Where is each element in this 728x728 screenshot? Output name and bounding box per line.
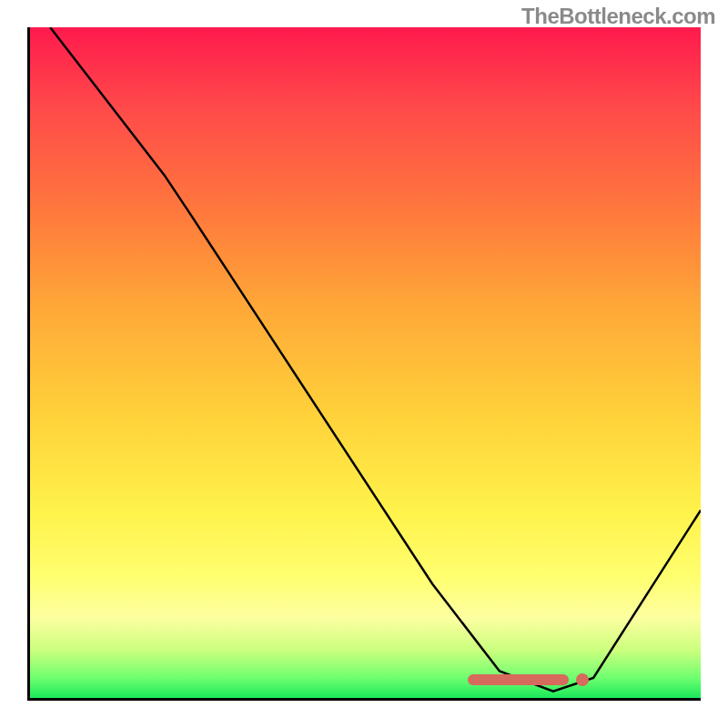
optimal-range-dot bbox=[576, 673, 589, 686]
chart-container: TheBottleneck.com bbox=[0, 0, 728, 728]
bottleneck-curve bbox=[30, 27, 701, 698]
watermark-text: TheBottleneck.com bbox=[521, 4, 715, 29]
plot-frame bbox=[27, 27, 701, 701]
curve-path bbox=[50, 27, 701, 692]
optimal-range-marker bbox=[468, 674, 569, 685]
